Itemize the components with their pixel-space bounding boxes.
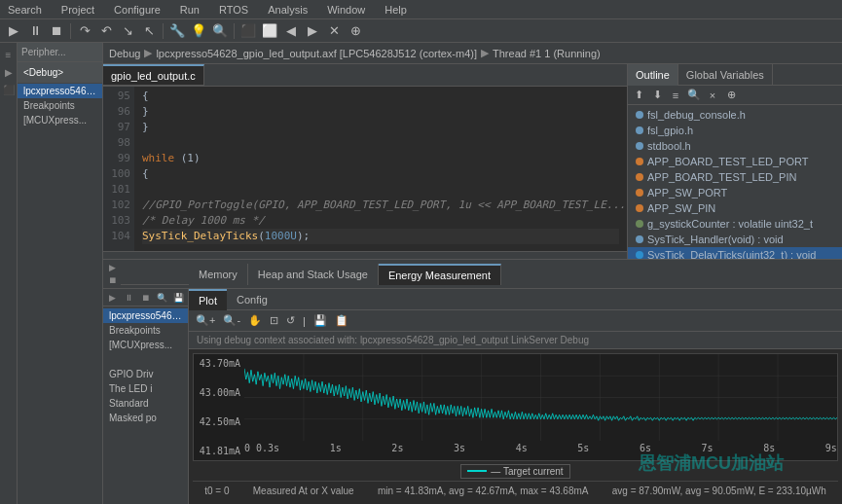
plot-btn-zoom-out[interactable]: 🔍- (220, 311, 243, 331)
outline-item-5[interactable]: APP_SW_PORT (628, 185, 842, 200)
bottom-left-panel: ▶ ⏸ ⏹ 🔍 💾 lpcxpresso54628... Breakpoints… (103, 289, 189, 504)
outline-item-2[interactable]: stdbool.h (628, 138, 842, 154)
bottom-left-item-4[interactable]: GPIO Driv (103, 367, 188, 381)
chart-stats-right: avg = 87.90mW, avg = 90.05mW, E = 233.10… (612, 486, 826, 496)
bottom-left-item-0[interactable]: lpcxpresso54628... (103, 308, 188, 323)
outline-item-4[interactable]: APP_BOARD_TEST_LED_PIN (628, 169, 842, 185)
outline-item-8[interactable]: SysTick_Handler(void) : void (628, 232, 842, 247)
chart-stats: t0 = 0 Measured At or X value min = 41.8… (193, 481, 838, 500)
bottom-toolbar-btn-4[interactable]: 🔍 (155, 290, 169, 306)
toolbar-btn-13[interactable]: ◀ (281, 21, 301, 41)
left-panel-item-2[interactable]: [MCUXpress... (18, 113, 102, 127)
left-panel-item-0[interactable]: lpcxpresso54628... (18, 84, 102, 98)
plot-btn-fit[interactable]: ⊡ (267, 311, 281, 331)
plot-btn-zoom-in[interactable]: 🔍+ (193, 311, 218, 331)
code-line-99: while (1) (142, 151, 619, 166)
top-row: gpio_led_output.c 95 96 97 98 99 100 101… (103, 64, 842, 259)
right-panel: Outline Global Variables ⬆ ⬇ ≡ 🔍 × ⊕ fsl… (628, 64, 842, 259)
bottom-toolbar-btn-3[interactable]: ⏹ (138, 290, 153, 306)
outline-btn-down[interactable]: ⬇ (648, 87, 666, 104)
bottom-toolbar-btn-2[interactable]: ⏸ (122, 290, 136, 306)
toolbar-btn-7[interactable]: ↖ (139, 21, 159, 41)
toolbar-btn-10[interactable]: 🔍 (210, 21, 230, 41)
menu-configure[interactable]: Configure (110, 4, 165, 16)
chart-area: 43.70mA 43.00mA 42.50mA 41.81mA (189, 349, 842, 504)
menu-project[interactable]: Project (57, 4, 98, 16)
plot-btn-reset[interactable]: ↺ (283, 311, 298, 331)
code-tab-gpio[interactable]: gpio_led_output.c (103, 64, 204, 86)
bottom-toolbar-btn-5[interactable]: 💾 (171, 290, 186, 306)
code-line-104: SysTick_DelayTicks(1000U); (142, 229, 619, 244)
outline-item-9[interactable]: SysTick_DelayTicks(uint32_t) : void (628, 247, 842, 259)
bottom-left-item-5[interactable]: The LED i (103, 381, 188, 396)
outline-btn-close[interactable]: × (704, 87, 721, 104)
menu-analysis[interactable]: Analysis (264, 4, 311, 16)
code-area[interactable]: 95 96 97 98 99 100 101 102 103 104 { (103, 87, 627, 251)
toolbar-btn-9[interactable]: 💡 (189, 21, 208, 41)
plot-tab[interactable]: Plot (189, 289, 227, 310)
x-label-3: 3s (454, 443, 465, 458)
right-panel-toolbar: ⬆ ⬇ ≡ 🔍 × ⊕ (628, 86, 842, 105)
toolbar-btn-14[interactable]: ▶ (303, 21, 322, 41)
toolbar-btn-2[interactable]: ⏸ (25, 21, 45, 41)
bottom-tab-heap[interactable]: Heap and Stack Usage (248, 264, 379, 285)
outline-icon-0 (636, 111, 643, 119)
toolbar-btn-15[interactable]: ✕ (324, 21, 344, 41)
outline-btn-add[interactable]: ⊕ (722, 87, 740, 104)
outline-item-3[interactable]: APP_BOARD_TEST_LED_PORT (628, 154, 842, 169)
left-panel-header: Peripher... (18, 43, 102, 62)
outline-item-6[interactable]: APP_SW_PIN (628, 200, 842, 216)
x-label-2: 2s (391, 443, 403, 458)
chart-bottom: — Target current t0 = 0 Measured At or X… (193, 461, 838, 500)
chart-t0: t0 = 0 (204, 486, 229, 496)
center-content: Debug ▶ lpcxpresso54628_gpio_led_output.… (103, 43, 842, 504)
left-panel-item-1[interactable]: Breakpoints (18, 98, 102, 113)
bottom-far-left-btn-1[interactable]: ▶ (104, 262, 120, 273)
main-layout: ≡ ▶ ⬛ Peripher... <Debug> lpcxpresso5462… (0, 43, 842, 504)
outline-btn-search[interactable]: 🔍 (685, 87, 703, 104)
outline-btn-sort[interactable]: ≡ (667, 87, 684, 104)
menu-help[interactable]: Help (381, 4, 411, 16)
toolbar-btn-3[interactable]: ⏹ (47, 21, 66, 41)
outline-item-7[interactable]: g_systickCounter : volatile uint32_t (628, 216, 842, 232)
bottom-left-item-6[interactable]: Standard (103, 396, 188, 411)
outline-item-1[interactable]: fsl_gpio.h (628, 123, 842, 138)
far-left-btn-3[interactable]: ⬛ (1, 82, 17, 97)
menu-search[interactable]: Search (4, 4, 46, 16)
code-scrollbar-h[interactable] (103, 251, 627, 259)
bottom-left-item-1[interactable]: Breakpoints (103, 323, 188, 338)
bottom-tab-energy[interactable]: Energy Measurement (379, 264, 501, 285)
toolbar-btn-16[interactable]: ⊕ (346, 21, 365, 41)
config-tab[interactable]: Config (227, 289, 277, 310)
x-label-9: 9s (825, 443, 837, 458)
far-left-btn-2[interactable]: ▶ (1, 64, 17, 80)
outline-item-0[interactable]: fsl_debug_console.h (628, 107, 842, 123)
bottom-left-item-7[interactable]: Masked po (103, 411, 188, 425)
main-toolbar: ▶ ⏸ ⏹ ↷ ↶ ↘ ↖ 🔧 💡 🔍 ⬛ ⬜ ◀ ▶ ✕ ⊕ (0, 19, 842, 43)
menu-window[interactable]: Window (323, 4, 369, 16)
plot-btn-save[interactable]: 💾 (311, 311, 330, 331)
bottom-tab-memory[interactable]: Memory (189, 264, 248, 285)
toolbar-btn-11[interactable]: ⬛ (238, 21, 258, 41)
plot-btn-copy[interactable]: 📋 (332, 311, 351, 331)
menu-rtos[interactable]: RTOS (215, 4, 252, 16)
toolbar-btn-6[interactable]: ↘ (118, 21, 137, 41)
toolbar-btn-1[interactable]: ▶ (4, 21, 23, 41)
far-left-btn-1[interactable]: ≡ (1, 47, 17, 62)
plot-btn-pan[interactable]: ✋ (245, 311, 265, 331)
tab-outline[interactable]: Outline (628, 64, 678, 86)
menu-run[interactable]: Run (176, 4, 203, 16)
bottom-far-left-btn-2[interactable]: ⏹ (104, 274, 120, 286)
toolbar-btn-5[interactable]: ↶ (96, 21, 116, 41)
tab-global-variables[interactable]: Global Variables (678, 64, 773, 86)
bottom-toolbar-btn-1[interactable]: ▶ (105, 290, 120, 306)
outline-btn-up[interactable]: ⬆ (630, 87, 647, 104)
plot-btn-marker[interactable]: | (300, 311, 309, 331)
bottom-left-item-2[interactable]: [MCUXpress... (103, 338, 188, 352)
toolbar-btn-12[interactable]: ⬜ (260, 21, 279, 41)
left-panel-tab-debug[interactable]: <Debug> (18, 62, 102, 84)
toolbar-btn-4[interactable]: ↷ (75, 21, 94, 41)
bottom-left-item-3[interactable] (103, 352, 188, 367)
toolbar-btn-8[interactable]: 🔧 (167, 21, 187, 41)
bottom-left-content: lpcxpresso54628... Breakpoints [MCUXpres… (103, 306, 188, 504)
